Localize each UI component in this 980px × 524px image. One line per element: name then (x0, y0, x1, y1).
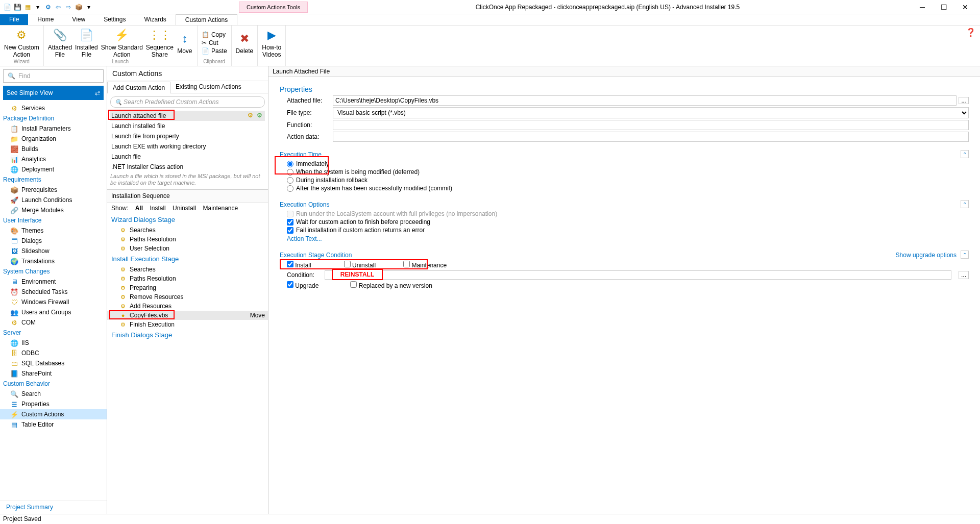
seq-searches-2[interactable]: ⚙Searches (107, 265, 268, 274)
see-simple-view-button[interactable]: See Simple View⇄ (3, 86, 104, 100)
tab-file[interactable]: File (0, 14, 28, 25)
function-input[interactable] (333, 120, 969, 130)
project-summary-link[interactable]: Project Summary (0, 500, 107, 514)
nav-analytics[interactable]: 📊Analytics (0, 154, 107, 164)
tab-existing-custom-actions[interactable]: Existing Custom Actions (170, 81, 247, 93)
show-maintenance[interactable]: Maintenance (203, 205, 238, 212)
condition-browse-button[interactable]: ... (959, 271, 969, 279)
ca-launch-file[interactable]: Launch file (110, 152, 265, 162)
seq-preparing[interactable]: ⚙Preparing (107, 283, 268, 292)
chk-uninstall[interactable]: Uninstall (344, 261, 376, 269)
collapse-execopts-icon[interactable]: ⌃ (961, 200, 969, 208)
tool-tab[interactable]: Custom Actions Tools (239, 2, 308, 13)
close-icon[interactable]: ✕ (958, 3, 973, 11)
tab-custom-actions[interactable]: Custom Actions (176, 14, 237, 25)
actiondata-input[interactable] (333, 132, 969, 142)
nav-dialogs[interactable]: 🗔Dialogs (0, 236, 107, 246)
move-button[interactable]: ↕Move (177, 31, 193, 55)
nav-builds[interactable]: 🧱Builds (0, 144, 107, 154)
ca-launch-from-property[interactable]: Launch file from property (110, 131, 265, 141)
search-custom-actions-input[interactable]: 🔍 Search Predefined Custom Actions (110, 96, 265, 108)
seq-searches-1[interactable]: ⚙Searches (107, 226, 268, 235)
show-uninstall[interactable]: Uninstall (173, 205, 196, 212)
show-install[interactable]: Install (150, 205, 165, 212)
installed-file-button[interactable]: 📄Installed File (75, 27, 98, 58)
nav-launch-conditions[interactable]: 🚀Launch Conditions (0, 195, 107, 205)
seq-paths-1[interactable]: ⚙Paths Resolution (107, 235, 268, 244)
find-input[interactable]: 🔍Find (3, 69, 104, 83)
new-custom-action-button[interactable]: ⚙New Custom Action (4, 27, 39, 58)
tab-view[interactable]: View (63, 14, 94, 25)
minimize-icon[interactable]: ─ (915, 3, 930, 11)
action-text-link[interactable]: Action Text... (287, 235, 969, 242)
nav-iis[interactable]: 🌐IIS (0, 338, 107, 348)
seq-finishexec[interactable]: ⚙Finish Execution (107, 320, 268, 329)
qat-forward-icon[interactable]: ⇨ (64, 3, 72, 11)
nav-com[interactable]: ⚙COM (0, 317, 107, 328)
nav-sharepoint[interactable]: 📘SharePoint (0, 368, 107, 379)
qat-box-icon[interactable]: 📦 (75, 3, 83, 11)
attached-file-browse-button[interactable]: ... (959, 97, 969, 104)
nav-install-parameters[interactable]: 📋Install Parameters (0, 123, 107, 134)
ca-launch-attached-file[interactable]: Launch attached file ⚙⚙ (110, 111, 265, 121)
tab-add-custom-action[interactable]: Add Custom Action (107, 82, 170, 93)
nav-themes[interactable]: 🎨Themes (0, 226, 107, 236)
radio-deferred[interactable]: When the system is being modified (defer… (287, 168, 969, 176)
seq-copyfiles[interactable]: ● CopyFiles.vbs Move (107, 311, 268, 320)
nav-environment[interactable]: 🖥Environment (0, 277, 107, 287)
qat-run-icon[interactable]: ⚙ (44, 3, 52, 11)
nav-odbc[interactable]: 🗄ODBC (0, 348, 107, 358)
qat-back-icon[interactable]: ⇦ (54, 3, 62, 11)
nav-search[interactable]: 🔍Search (0, 389, 107, 399)
help-icon[interactable]: ❓ (962, 26, 980, 66)
seq-move-button[interactable]: Move (250, 312, 265, 319)
filetype-select[interactable]: Visual basic script (*.vbs) (333, 107, 969, 118)
nav-organization[interactable]: 📁Organization (0, 134, 107, 144)
add-seq-icon[interactable]: ⚙ (248, 112, 255, 119)
tab-settings[interactable]: Settings (94, 14, 135, 25)
copy-button[interactable]: 📋Copy (202, 31, 227, 38)
nav-services[interactable]: ⚙Services (0, 103, 107, 113)
chk-maintenance[interactable]: Maintenance (403, 261, 447, 269)
condition-input[interactable] (325, 270, 951, 280)
seq-usersel[interactable]: ⚙User Selection (107, 244, 268, 253)
ca-launch-installed-file[interactable]: Launch installed file (110, 121, 265, 131)
tab-wizards[interactable]: Wizards (135, 14, 176, 25)
tab-home[interactable]: Home (28, 14, 63, 25)
nav-firewall[interactable]: 🛡Windows Firewall (0, 297, 107, 307)
nav-custom-actions[interactable]: ⚡Custom Actions (0, 409, 107, 419)
chk-install[interactable]: Install (287, 261, 311, 269)
qat-new-icon[interactable]: 📄 (3, 3, 11, 11)
radio-immediately[interactable]: Immediately (287, 160, 969, 167)
seq-paths-2[interactable]: ⚙Paths Resolution (107, 274, 268, 283)
nav-properties[interactable]: ☰Properties (0, 399, 107, 409)
attached-file-input[interactable] (333, 95, 957, 106)
nav-slideshow[interactable]: 🖼Slideshow (0, 246, 107, 256)
show-upgrade-options-link[interactable]: Show upgrade options (896, 252, 957, 259)
delete-button[interactable]: ✖Delete (236, 31, 254, 55)
radio-commit[interactable]: After the system has been successfully m… (287, 185, 969, 192)
qat-save-icon[interactable]: 💾 (13, 3, 21, 11)
seq-removeres[interactable]: ⚙Remove Resources (107, 292, 268, 302)
paste-button[interactable]: 📄Paste (202, 47, 227, 55)
cut-button[interactable]: ✂Cut (202, 39, 227, 46)
qat-build-icon[interactable]: ▦ (23, 3, 32, 11)
collapse-exectime-icon[interactable]: ⌃ (961, 150, 969, 158)
howto-videos-button[interactable]: ▶How-to Videos (262, 27, 281, 58)
nav-sql[interactable]: 🗃SQL Databases (0, 358, 107, 368)
nav-scheduled-tasks[interactable]: ⏰Scheduled Tasks (0, 287, 107, 297)
nav-translations[interactable]: 🌍Translations (0, 256, 107, 266)
nav-table-editor[interactable]: ▤Table Editor (0, 419, 107, 430)
nav-deployment[interactable]: 🌐Deployment (0, 164, 107, 174)
collapse-execstage-icon[interactable]: ⌃ (961, 251, 969, 259)
qat-more-icon[interactable]: ▾ (85, 3, 93, 11)
show-all[interactable]: All (135, 205, 143, 212)
attached-file-button[interactable]: 📎Attached File (48, 27, 72, 58)
chk-fail[interactable]: Fail installation if custom action retur… (287, 227, 969, 234)
nav-prerequisites[interactable]: 📦Prerequisites (0, 185, 107, 195)
sequence-share-button[interactable]: ⋮⋮Sequence Share (146, 27, 174, 58)
add-noseq-icon[interactable]: ⚙ (257, 112, 264, 119)
qat-dropdown-icon[interactable]: ▾ (34, 3, 42, 11)
radio-rollback[interactable]: During installation rollback (287, 177, 969, 184)
nav-users-groups[interactable]: 👥Users and Groups (0, 307, 107, 317)
